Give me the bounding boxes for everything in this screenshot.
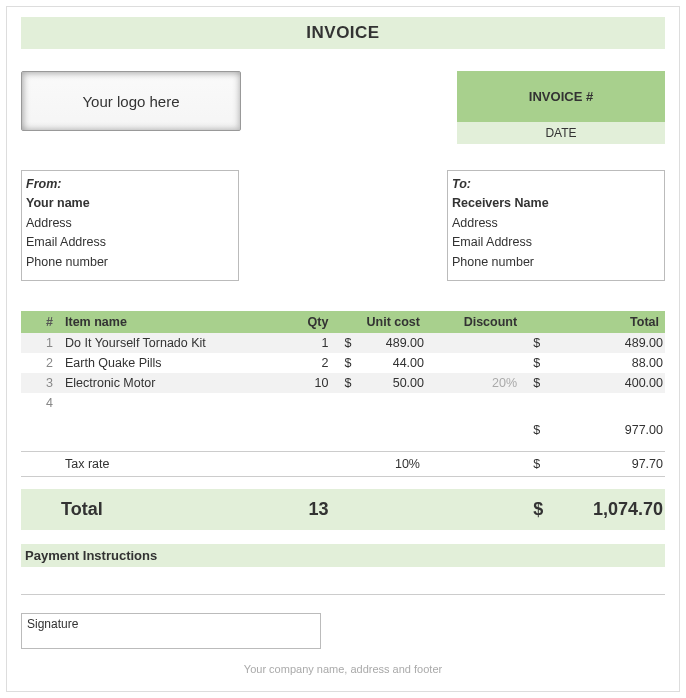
- grand-cur: $: [523, 489, 549, 530]
- from-label: From:: [26, 175, 232, 194]
- cell-cur: [523, 393, 549, 413]
- tax-label: Tax rate: [59, 452, 286, 477]
- subtotal-row: $ 977.00: [21, 413, 665, 440]
- cell-cur: $: [334, 353, 357, 373]
- table-row: 2 Earth Quake Pills 2 $ 44.00 $ 88.00: [21, 353, 665, 373]
- col-qty: Qty: [286, 311, 335, 333]
- cell-cur: $: [334, 333, 357, 353]
- to-name: Receivers Name: [452, 194, 658, 213]
- cell-name: Do It Yourself Tornado Kit: [59, 333, 286, 353]
- tax-amount: 97.70: [549, 452, 665, 477]
- cell-total: 489.00: [549, 333, 665, 353]
- tax-cur: $: [523, 452, 549, 477]
- col-num: #: [21, 311, 59, 333]
- from-address: Address: [26, 214, 232, 233]
- from-name: Your name: [26, 194, 232, 213]
- table-header-row: # Item name Qty Unit cost Discount Total: [21, 311, 665, 333]
- subtotal-amount: 977.00: [549, 413, 665, 440]
- cell-num: 2: [21, 353, 59, 373]
- table-row: 4: [21, 393, 665, 413]
- cell-name: [59, 393, 286, 413]
- parties-row: From: Your name Address Email Address Ph…: [21, 170, 665, 281]
- from-email: Email Address: [26, 233, 232, 252]
- items-table: # Item name Qty Unit cost Discount Total…: [21, 311, 665, 530]
- cell-cur: $: [523, 353, 549, 373]
- col-discount: Discount: [426, 311, 523, 333]
- grand-label: Total: [21, 489, 286, 530]
- cell-num: 1: [21, 333, 59, 353]
- from-box: From: Your name Address Email Address Ph…: [21, 170, 239, 281]
- cell-discount: 20%: [426, 373, 523, 393]
- tax-row: Tax rate 10% $ 97.70: [21, 452, 665, 477]
- table-row: 1 Do It Yourself Tornado Kit 1 $ 489.00 …: [21, 333, 665, 353]
- cell-unit: 44.00: [357, 353, 426, 373]
- tax-rate: 10%: [334, 452, 426, 477]
- to-label: To:: [452, 175, 658, 194]
- page-title: INVOICE: [21, 17, 665, 49]
- cell-qty: 1: [286, 333, 335, 353]
- cell-unit: 50.00: [357, 373, 426, 393]
- invoice-date-label: DATE: [457, 122, 665, 144]
- cell-total: [549, 393, 665, 413]
- col-unit: Unit cost: [334, 311, 426, 333]
- cell-qty: 10: [286, 373, 335, 393]
- cell-cur: $: [523, 373, 549, 393]
- cell-cur: [334, 393, 357, 413]
- grand-qty: 13: [286, 489, 335, 530]
- payment-instructions-label: Payment Instructions: [21, 544, 665, 567]
- cell-total: 400.00: [549, 373, 665, 393]
- header-row: Your logo here INVOICE # DATE: [21, 71, 665, 144]
- invoice-page: INVOICE Your logo here INVOICE # DATE Fr…: [6, 6, 680, 692]
- footer-text: Your company name, address and footer: [21, 663, 665, 675]
- cell-cur: $: [334, 373, 357, 393]
- cell-name: Electronic Motor: [59, 373, 286, 393]
- cell-num: 4: [21, 393, 59, 413]
- cell-unit: [357, 393, 426, 413]
- payment-instructions-body: [21, 567, 665, 595]
- col-total: Total: [523, 311, 665, 333]
- logo-placeholder[interactable]: Your logo here: [21, 71, 241, 131]
- grand-amount: 1,074.70: [549, 489, 665, 530]
- cell-discount: [426, 353, 523, 373]
- to-box: To: Receivers Name Address Email Address…: [447, 170, 665, 281]
- to-phone: Phone number: [452, 253, 658, 272]
- from-phone: Phone number: [26, 253, 232, 272]
- cell-total: 88.00: [549, 353, 665, 373]
- invoice-meta: INVOICE # DATE: [457, 71, 665, 144]
- invoice-number-label: INVOICE #: [457, 71, 665, 122]
- cell-qty: [286, 393, 335, 413]
- cell-qty: 2: [286, 353, 335, 373]
- cell-num: 3: [21, 373, 59, 393]
- to-address: Address: [452, 214, 658, 233]
- cell-discount: [426, 393, 523, 413]
- cell-name: Earth Quake Pills: [59, 353, 286, 373]
- grand-total-row: Total 13 $ 1,074.70: [21, 489, 665, 530]
- col-item: Item name: [59, 311, 286, 333]
- cell-discount: [426, 333, 523, 353]
- signature-box: Signature: [21, 613, 321, 649]
- signature-label: Signature: [27, 617, 78, 631]
- cell-unit: 489.00: [357, 333, 426, 353]
- table-row: 3 Electronic Motor 10 $ 50.00 20% $ 400.…: [21, 373, 665, 393]
- cell-cur: $: [523, 333, 549, 353]
- to-email: Email Address: [452, 233, 658, 252]
- subtotal-cur: $: [523, 413, 549, 440]
